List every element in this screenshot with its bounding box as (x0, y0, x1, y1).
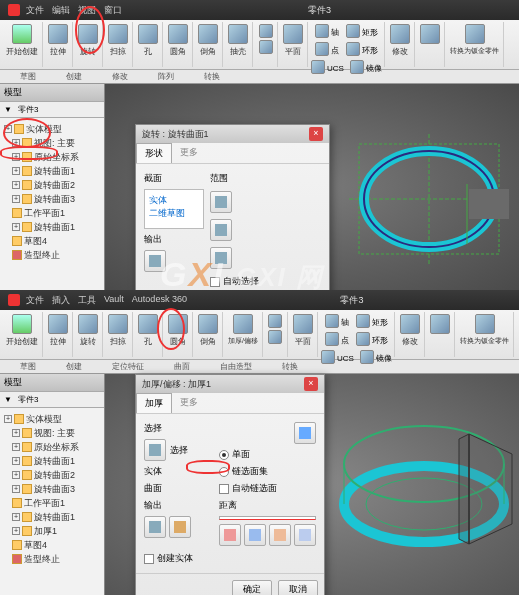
ribbon-sections-top: 草图 创建 修改 阵列 转换 (0, 70, 519, 84)
menu-top[interactable]: 文件 编辑 视图 窗口 (26, 4, 122, 17)
distance-input[interactable] (219, 516, 316, 520)
dlg-title-revolve[interactable]: 旋转 : 旋转曲面1× (136, 125, 329, 143)
viewport-bottom[interactable]: 加厚/偏移 : 加厚1× 加厚 更多 选择 选择 实体 曲面 输出 (105, 374, 519, 595)
check-solid[interactable] (144, 554, 154, 564)
dir3[interactable] (269, 524, 291, 546)
ribbon-compact-b[interactable]: 轴 矩形 点 环形 UCS 镜像 (319, 312, 395, 357)
ribbon-bottom: 开始创建 拉伸 旋转 扫掠 孔 圆角 倒角 加厚/偏移 平面 轴 矩形 点 环形… (0, 310, 519, 360)
ribbon-sweep[interactable]: 扫掠 (104, 22, 133, 67)
ribbon-convert-b[interactable]: 转换为钣金零件 (456, 312, 514, 357)
ribbon-sections-bottom: 草图 创建 定位特征 曲面 自由造型 转换 (0, 360, 519, 374)
ribbon-revolve[interactable]: 旋转 (74, 22, 103, 67)
ribbon-compact[interactable]: 轴 矩形 点 环形 UCS 镜像 (309, 22, 385, 67)
extent-btn1[interactable] (210, 191, 232, 213)
check-auto-chain[interactable] (219, 484, 229, 494)
ribbon-plane-b[interactable]: 平面 (289, 312, 318, 357)
tree-top[interactable]: +实体模型 +视图: 主要 +原始坐标系 +旋转曲面1 +旋转曲面2 +旋转曲面… (0, 118, 104, 266)
ribbon-chamfer[interactable]: 倒角 (194, 22, 223, 67)
browser-header-top[interactable]: 模型 (0, 84, 104, 102)
ribbon-top: 开始创建 拉伸 旋转 扫掠 孔 圆角 倒角 抽壳 平面 轴 矩形 点 环形 UC… (0, 20, 519, 70)
ribbon-hole-b[interactable]: 孔 (134, 312, 163, 357)
ribbon-chamfer-b[interactable]: 倒角 (194, 312, 223, 357)
ribbon-modify-b[interactable]: 修改 (396, 312, 425, 357)
ok-button-b[interactable]: 确定 (232, 580, 272, 595)
svg-rect-5 (469, 189, 509, 219)
ribbon-start-sketch[interactable]: 开始创建 (2, 22, 43, 67)
ribbon-shell[interactable]: 抽壳 (224, 22, 253, 67)
app-icon (8, 294, 20, 306)
mode-btn[interactable] (294, 422, 316, 444)
ribbon-extrude[interactable]: 拉伸 (44, 22, 73, 67)
ribbon-revolve-b[interactable]: 旋转 (74, 312, 103, 357)
watermark: GXI GXI 网 (160, 255, 324, 295)
ribbon-plane[interactable]: 平面 (279, 22, 308, 67)
ribbon-gap[interactable] (416, 22, 445, 67)
out2[interactable] (169, 516, 191, 538)
ribbon-extrude-b[interactable]: 拉伸 (44, 312, 73, 357)
ribbon-thicken-b[interactable]: 加厚/偏移 (224, 312, 263, 357)
extent-btn2[interactable] (210, 219, 232, 241)
titlebar-bottom: 文件 插入 工具 Vault Autodesk 360 零件3 (0, 290, 519, 310)
ribbon-fillet[interactable]: 圆角 (164, 22, 193, 67)
ribbon-more-b[interactable] (264, 312, 288, 357)
radio-chain[interactable] (219, 467, 229, 477)
tree-bottom[interactable]: +实体模型 +视图: 主要 +原始坐标系 +旋转曲面1 +旋转曲面2 +旋转曲面… (0, 408, 104, 570)
ribbon-sweep-b[interactable]: 扫掠 (104, 312, 133, 357)
close-icon[interactable]: × (304, 377, 318, 391)
app-icon (8, 4, 20, 16)
model-browser-top: 模型 ▼ 零件3 +实体模型 +视图: 主要 +原始坐标系 +旋转曲面1 +旋转… (0, 84, 105, 290)
ribbon-more[interactable] (254, 22, 278, 67)
ribbon-fillet-b[interactable]: 圆角 (164, 312, 193, 357)
dlg-title-thicken[interactable]: 加厚/偏移 : 加厚1× (136, 375, 324, 393)
browser-header-bottom[interactable]: 模型 (0, 374, 104, 392)
ribbon-modify[interactable]: 修改 (386, 22, 415, 67)
dialog-thicken: 加厚/偏移 : 加厚1× 加厚 更多 选择 选择 实体 曲面 输出 (135, 374, 325, 595)
select-btn[interactable] (144, 439, 166, 461)
tab-more[interactable]: 更多 (172, 143, 206, 163)
profile-list[interactable]: 实体 二维草图 (144, 189, 204, 229)
model-preview-top (339, 114, 509, 274)
ribbon-convert[interactable]: 转换为钣金零件 (446, 22, 504, 67)
out1[interactable] (144, 516, 166, 538)
dir1[interactable] (219, 524, 241, 546)
dir4[interactable] (294, 524, 316, 546)
dir2[interactable] (244, 524, 266, 546)
doc-name-top: 零件3 (308, 4, 331, 17)
titlebar-top: 文件 编辑 视图 窗口 零件3 (0, 0, 519, 20)
model-browser-bottom: 模型 ▼ 零件3 +实体模型 +视图: 主要 +原始坐标系 +旋转曲面1 +旋转… (0, 374, 105, 595)
doc-name-bottom: 零件3 (340, 294, 363, 307)
menu-bottom[interactable]: 文件 插入 工具 Vault Autodesk 360 (26, 294, 187, 307)
ribbon-start-sketch-b[interactable]: 开始创建 (2, 312, 43, 357)
tab-thicken[interactable]: 加厚 (136, 393, 172, 413)
cancel-button-b[interactable]: 取消 (278, 580, 318, 595)
tab-shape[interactable]: 形状 (136, 143, 172, 163)
ribbon-gap-b[interactable] (426, 312, 455, 357)
ribbon-hole[interactable]: 孔 (134, 22, 163, 67)
radio-single[interactable] (219, 450, 229, 460)
close-icon[interactable]: × (309, 127, 323, 141)
tab-more-b[interactable]: 更多 (172, 393, 206, 413)
model-preview-bottom (329, 384, 514, 579)
